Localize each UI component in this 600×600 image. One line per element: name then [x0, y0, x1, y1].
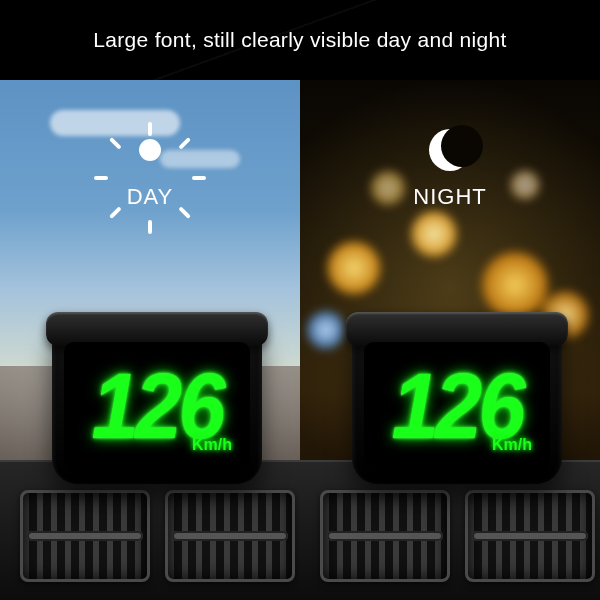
headline-bar: Large font, still clearly visible day an… [0, 0, 600, 80]
ac-vent [465, 490, 595, 582]
ac-vent [320, 490, 450, 582]
hud-screen: 126 Km/h [64, 342, 250, 470]
headline-text: Large font, still clearly visible day an… [93, 28, 506, 52]
sun-icon [122, 122, 178, 178]
ac-vent [165, 490, 295, 582]
night-panel: NIGHT 126 Km/h [300, 80, 600, 600]
speed-unit: Km/h [492, 436, 532, 454]
product-comparison-graphic: Large font, still clearly visible day an… [0, 0, 600, 600]
day-panel: DAY 126 Km/h [0, 80, 300, 600]
day-label: DAY [0, 184, 300, 210]
night-condition: NIGHT [300, 122, 600, 210]
day-night-split: DAY 126 Km/h [0, 80, 600, 600]
hud-speedometer: 126 Km/h [52, 324, 262, 484]
hud-screen: 126 Km/h [364, 342, 550, 470]
speed-unit: Km/h [192, 436, 232, 454]
day-condition: DAY [0, 122, 300, 210]
moon-icon [422, 122, 478, 178]
ac-vent [20, 490, 150, 582]
night-label: NIGHT [300, 184, 600, 210]
hud-speedometer: 126 Km/h [352, 324, 562, 484]
hud-hood [346, 312, 568, 346]
hud-hood [46, 312, 268, 346]
